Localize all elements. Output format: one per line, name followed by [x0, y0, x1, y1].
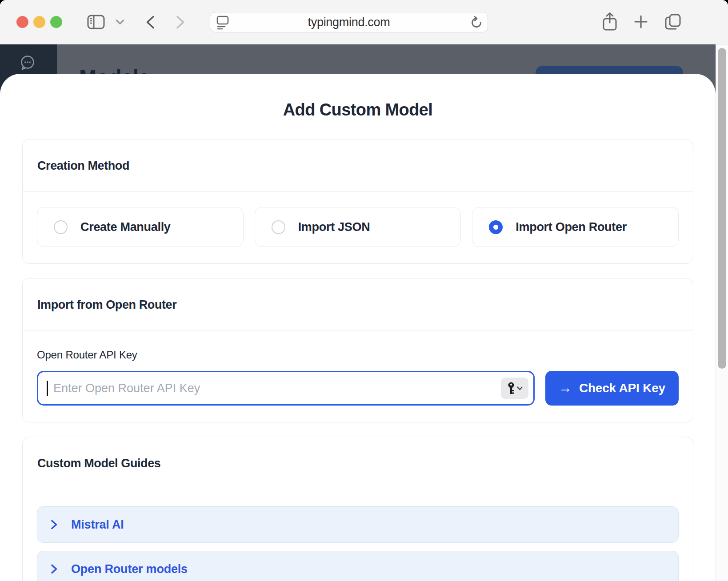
chevron-right-icon	[51, 520, 58, 529]
share-icon[interactable]	[602, 12, 618, 32]
check-api-key-label: Check API Key	[579, 381, 665, 395]
sidebar-toggle-icon[interactable]	[87, 15, 105, 29]
back-icon[interactable]	[145, 16, 155, 29]
zoom-window-button[interactable]	[50, 16, 62, 28]
forward-icon[interactable]	[176, 16, 185, 29]
toolbar-divider	[110, 15, 110, 29]
scrollbar-thumb[interactable]	[718, 48, 726, 369]
radio-import-json[interactable]: Import JSON	[255, 207, 461, 247]
guide-label: Open Router models	[71, 562, 188, 576]
guide-mistral-ai[interactable]: Mistral AI	[37, 506, 679, 543]
close-window-button[interactable]	[16, 16, 28, 28]
key-icon	[507, 382, 516, 395]
chevron-right-icon	[51, 564, 58, 574]
url-text: typingmind.com	[308, 16, 390, 29]
import-section-header: Import from Open Router	[23, 279, 693, 331]
creation-method-section: Creation Method Create Manually Import J…	[22, 139, 693, 264]
address-bar[interactable]: typingmind.com	[210, 12, 488, 32]
page-overlay: Models Add Custom Model Creation Method …	[0, 44, 728, 581]
radio-import-open-router[interactable]: Import Open Router	[472, 207, 679, 247]
dialog-title: Add Custom Model	[0, 74, 716, 119]
new-tab-icon[interactable]	[634, 15, 648, 29]
radio-create-manually[interactable]: Create Manually	[37, 207, 244, 247]
custom-model-guides-section: Custom Model Guides Mistral AI	[22, 437, 693, 581]
password-autofill-button[interactable]	[501, 378, 528, 399]
add-custom-model-dialog: Add Custom Model Creation Method Create …	[0, 74, 716, 581]
creation-method-options: Create Manually Import JSON Import Open …	[37, 207, 679, 247]
check-api-key-button[interactable]: → Check API Key	[545, 371, 679, 406]
minimize-window-button[interactable]	[33, 16, 45, 28]
guides-heading: Custom Model Guides	[37, 457, 678, 470]
radio-circle-selected[interactable]	[489, 220, 503, 234]
browser-window: typingmind.com	[0, 0, 728, 581]
radio-circle-unselected[interactable]	[272, 220, 285, 234]
guide-open-router-models[interactable]: Open Router models	[37, 551, 679, 581]
browser-toolbar: typingmind.com	[0, 0, 728, 44]
import-open-router-section: Import from Open Router Open Router API …	[22, 278, 693, 422]
radio-label: Create Manually	[80, 220, 171, 234]
page-settings-icon[interactable]	[216, 16, 229, 30]
arrow-right-icon: →	[559, 380, 572, 395]
api-key-input[interactable]	[37, 371, 535, 406]
chevron-down-icon	[517, 386, 523, 390]
radio-label: Import Open Router	[516, 220, 627, 234]
chevron-down-icon[interactable]	[116, 19, 124, 25]
radio-label: Import JSON	[298, 220, 370, 234]
tab-overview-icon[interactable]	[664, 13, 681, 30]
page-scrollbar[interactable]	[716, 44, 728, 581]
api-key-field-wrap	[37, 371, 535, 406]
creation-method-heading: Creation Method	[37, 159, 678, 173]
api-key-label: Open Router API Key	[37, 349, 679, 361]
guides-header: Custom Model Guides	[23, 437, 693, 491]
radio-circle-unselected[interactable]	[54, 220, 68, 234]
text-caret	[47, 381, 48, 396]
reload-icon[interactable]	[470, 16, 483, 30]
import-section-heading: Import from Open Router	[37, 298, 678, 312]
chat-bubble-icon[interactable]	[19, 54, 36, 72]
guide-label: Mistral AI	[71, 518, 124, 532]
creation-method-header: Creation Method	[23, 139, 693, 192]
